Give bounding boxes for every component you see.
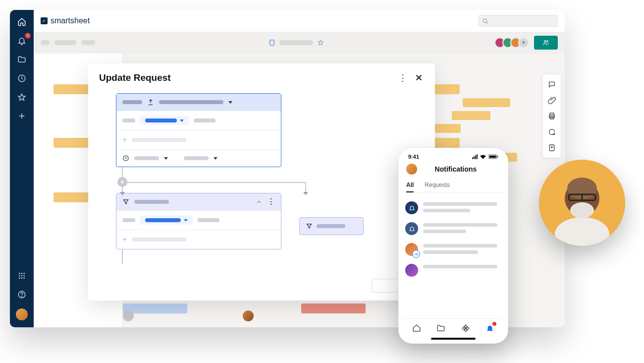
clock-time: 9:41 xyxy=(408,154,419,160)
apps-icon[interactable] xyxy=(460,323,471,334)
svg-point-28 xyxy=(570,202,594,218)
notification-list[interactable]: +6 xyxy=(404,192,502,318)
badge-dot xyxy=(492,322,496,326)
folder-icon[interactable] xyxy=(17,55,27,64)
home-icon[interactable] xyxy=(17,17,27,27)
svg-point-5 xyxy=(21,275,23,277)
tab-all[interactable]: All xyxy=(406,179,414,192)
home-icon[interactable] xyxy=(411,323,422,334)
notification-item[interactable]: +6 xyxy=(404,239,502,260)
brand-name: smartsheet xyxy=(51,16,90,25)
breadcrumb-placeholder xyxy=(54,40,76,45)
attachment-icon[interactable] xyxy=(543,93,561,107)
filter-card-collapsed[interactable] xyxy=(299,217,364,235)
brand-mark-icon: ✓ xyxy=(41,17,48,24)
apps-icon[interactable] xyxy=(17,271,27,281)
more-icon[interactable]: ⋮ xyxy=(397,72,408,83)
mobile-preview: 9:41 Notifications All Requests +6 xyxy=(398,148,508,344)
gantt-bar[interactable] xyxy=(433,124,461,133)
modal-title: Update Request xyxy=(99,72,171,83)
more-count-badge: +6 xyxy=(412,250,420,258)
trigger-card[interactable]: + xyxy=(116,93,281,167)
phone-bottom-nav xyxy=(404,318,502,335)
chevron-up-icon[interactable] xyxy=(256,199,262,205)
battery-icon xyxy=(488,154,498,159)
print-icon[interactable] xyxy=(543,109,561,123)
star-outline-icon[interactable] xyxy=(317,39,324,46)
chevron-down-icon xyxy=(228,101,232,104)
plus-icon[interactable] xyxy=(17,111,27,121)
svg-point-7 xyxy=(19,277,20,279)
notification-badge: 3 xyxy=(25,33,31,39)
page-title xyxy=(268,39,324,47)
flow-connector: + xyxy=(116,167,281,193)
profile-photo xyxy=(539,160,625,246)
bell-icon[interactable]: 3 xyxy=(17,36,27,46)
comment-icon[interactable] xyxy=(543,77,561,91)
svg-point-15 xyxy=(547,41,548,42)
notification-item[interactable] xyxy=(404,260,502,281)
condition-chip[interactable] xyxy=(140,216,193,225)
avatar xyxy=(405,264,418,277)
svg-point-2 xyxy=(21,273,23,274)
svg-point-3 xyxy=(23,273,25,274)
svg-point-12 xyxy=(483,19,487,23)
notification-item[interactable] xyxy=(404,218,502,239)
phone-title: Notifications xyxy=(411,165,500,173)
condition-card[interactable]: ⋮ + xyxy=(116,193,281,249)
share-button[interactable] xyxy=(534,36,558,50)
phone-header: Notifications xyxy=(404,163,502,179)
filter-icon xyxy=(306,223,313,230)
svg-rect-23 xyxy=(497,156,498,157)
breadcrumb-placeholder xyxy=(41,40,50,45)
svg-point-11 xyxy=(21,296,22,297)
people-icon xyxy=(542,39,550,46)
search-icon xyxy=(482,18,488,24)
top-header: ✓ smartsheet xyxy=(34,10,565,32)
more-icon[interactable]: ⋮ xyxy=(267,199,275,204)
bell-icon xyxy=(405,201,418,214)
home-indicator xyxy=(431,338,476,340)
context-bar: + xyxy=(34,32,565,54)
svg-rect-13 xyxy=(270,40,274,46)
upload-icon xyxy=(147,99,154,106)
modal-body: + + xyxy=(88,87,435,274)
star-icon[interactable] xyxy=(17,92,27,102)
condition-chip[interactable] xyxy=(140,116,189,125)
clock-icon xyxy=(122,155,129,162)
add-condition-row[interactable]: + xyxy=(116,230,281,249)
search-input[interactable] xyxy=(479,15,558,27)
cancel-button[interactable] xyxy=(372,279,400,293)
right-tool-rail xyxy=(543,74,561,158)
bell-icon xyxy=(405,222,418,235)
gantt-bar[interactable] xyxy=(452,111,490,120)
notification-item[interactable] xyxy=(404,197,502,218)
breadcrumb-placeholder xyxy=(81,40,95,45)
update-request-modal: Update Request ⋮ ✕ + xyxy=(88,63,435,301)
svg-point-14 xyxy=(544,41,546,43)
left-rail: 3 xyxy=(10,10,34,327)
svg-point-9 xyxy=(23,277,25,279)
avatar xyxy=(123,310,134,321)
close-icon[interactable]: ✕ xyxy=(413,72,424,83)
filter-icon xyxy=(122,198,129,205)
collaborator-avatars[interactable]: + xyxy=(497,37,529,48)
export-icon[interactable] xyxy=(543,141,561,155)
add-condition-row[interactable]: + xyxy=(116,130,281,149)
user-avatar[interactable] xyxy=(16,308,28,320)
modal-footer xyxy=(88,274,435,301)
wifi-icon xyxy=(480,154,486,159)
gantt-bar[interactable] xyxy=(463,98,510,107)
svg-point-8 xyxy=(21,277,23,279)
svg-point-1 xyxy=(19,273,20,274)
help-icon[interactable] xyxy=(17,290,27,300)
folder-icon[interactable] xyxy=(435,323,446,334)
tab-requests[interactable]: Requests xyxy=(425,179,450,192)
svg-point-6 xyxy=(23,275,25,277)
clock-icon[interactable] xyxy=(17,73,27,83)
status-bar: 9:41 xyxy=(404,153,502,163)
refresh-icon[interactable] xyxy=(543,125,561,139)
avatar xyxy=(243,310,254,321)
add-collaborator-icon: + xyxy=(518,37,529,48)
notifications-icon[interactable] xyxy=(484,323,495,334)
